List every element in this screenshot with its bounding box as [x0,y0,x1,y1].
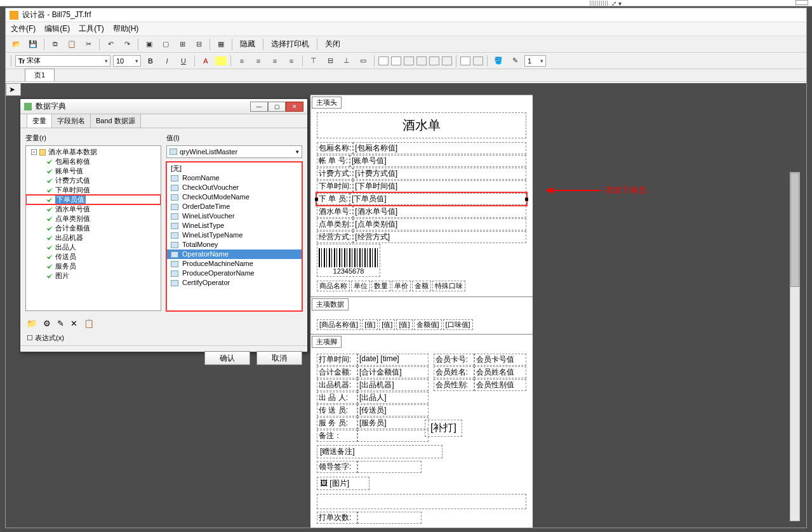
tree-item[interactable]: 包厢名称值 [26,157,161,166]
empty-box[interactable] [317,494,526,509]
outer-minimize-icon[interactable] [795,0,808,5]
tree-item[interactable]: 下单时间值 [26,185,161,195]
undo-icon[interactable]: ↶ [103,38,117,51]
report-title[interactable]: 酒水单 [317,112,526,138]
close-button[interactable]: 关闭 [321,39,344,50]
variables-tree[interactable]: −酒水单基本数据 包厢名称值账单号值计费方式值下单时间值下单员值酒水单号值点单类… [25,145,161,311]
cancel-button[interactable]: 取消 [256,351,302,365]
vertical-scrollbar[interactable] [790,172,800,521]
refresh-icon[interactable]: 📋 [84,319,94,328]
data-band[interactable]: 主项数据 [商品名称值][值][值][值]金额值][口味值] [310,296,533,334]
cut-icon[interactable]: ✂ [81,38,95,51]
frame2-icon[interactable] [473,57,483,65]
ungroup-icon[interactable]: ⊟ [192,38,206,51]
field-item[interactable]: CheckOutVoucher [167,183,302,192]
dialog-max-icon[interactable]: ▢ [268,102,286,112]
field-item[interactable]: WineListVoucher [167,211,302,221]
border-top-icon[interactable] [429,57,439,65]
hide-button[interactable]: 隐藏 [236,39,259,50]
footer-field[interactable]: 传 送 员:[传送员] [317,404,429,416]
tree-item[interactable]: 出品机器 [26,233,161,243]
tree-item[interactable]: 下单员值 [26,195,161,204]
align-center-icon[interactable]: ≡ [251,55,265,67]
page-tab-1[interactable]: 页1 [25,69,55,81]
data-cell[interactable]: [值] [379,319,395,330]
italic-icon[interactable]: I [160,55,174,67]
frame-icon[interactable] [460,57,470,65]
field-item[interactable]: OrderDateTime [167,202,302,211]
delete-icon[interactable]: ✕ [70,319,77,328]
fields-list[interactable]: [无]RoomNameCheckOutVoucherCheckOutModeNa… [166,162,302,311]
field-item[interactable]: RoomName [167,173,302,183]
data-row[interactable]: [商品名称值][值][值][值]金额值][口味值] [317,319,526,330]
menu-help[interactable]: 帮助(H) [113,23,139,34]
border-bottom-icon[interactable] [442,57,452,65]
tab-variables[interactable]: 变量 [27,114,52,128]
dialog-min-icon[interactable]: — [250,102,268,112]
bold-icon[interactable]: B [143,55,157,67]
picture-box[interactable]: 🖼 [图片] [317,477,369,490]
tree-item[interactable]: 出品人 [26,243,161,252]
tree-item[interactable]: 计费方式值 [26,176,161,185]
valign-mid-icon[interactable]: ⊟ [323,55,337,67]
dialog-titlebar[interactable]: 数据字典 — ▢ ✕ [20,99,307,114]
field-item[interactable]: OperatorName [167,249,302,259]
tree-item[interactable]: 服务员 [26,262,161,271]
expression-checkbox[interactable]: ☐ 表达式(x) [20,331,307,345]
footer-band[interactable]: 主项脚 打单时间:[date] [time]合计金额:[合计金额值]出品机器:[… [310,334,533,528]
send-back-icon[interactable]: ▢ [159,38,173,51]
sign-label[interactable]: 领导签字: [317,461,357,473]
tree-item[interactable]: 账单号值 [26,166,161,176]
scrollbar-thumb[interactable] [790,173,799,287]
report-field[interactable]: 下 单 员:[下单员值] [317,193,526,205]
header-band[interactable]: 主项头 酒水单 包厢名称:[包厢名称值]帐 单 号:[账单号值]计费方式:[计费… [310,95,533,296]
pointer-tool-icon[interactable]: ➤ [9,85,15,94]
group-icon[interactable]: ⊞ [175,38,189,51]
border-left-icon[interactable] [404,57,414,65]
insert-band-icon[interactable]: ▭ [356,55,370,67]
field-item[interactable]: ProduceOperatorName [167,269,302,278]
border-all-icon[interactable] [378,57,389,65]
data-cell[interactable]: 金额值] [414,319,442,330]
member-field[interactable]: 会员性别:会员性别值 [434,379,526,391]
data-cell[interactable]: [商品名称值] [317,319,361,330]
select-printer-button[interactable]: 选择打印机 [267,39,313,50]
field-item[interactable]: WineListTypeName [167,230,302,240]
report-field[interactable]: 点单类别:[点单类别值] [317,218,526,230]
field-item[interactable]: CertifyOperator [167,278,302,288]
tab-band-source[interactable]: Band 数据源 [90,114,141,128]
align-justify-icon[interactable]: ≡ [284,55,298,67]
tree-item[interactable]: 图片 [26,271,161,281]
tree-item[interactable]: 点单类别值 [26,214,161,223]
datasource-select[interactable]: qryWineListMaster [166,145,302,158]
tree-root[interactable]: −酒水单基本数据 [26,147,161,157]
footer-field[interactable]: 打单时间:[date] [time] [317,354,429,366]
line-width-select[interactable]: 1 [524,55,546,67]
ok-button[interactable]: 确认 [204,351,250,365]
align-right-icon[interactable]: ≡ [268,55,282,67]
open-icon[interactable]: 📂 [10,38,23,51]
size-select[interactable]: 10 [113,55,141,67]
save-icon[interactable]: 💾 [26,38,40,51]
report-field[interactable]: 经营方式:[经营方式] [317,231,526,243]
data-cell[interactable]: [值] [396,319,412,330]
report-field[interactable]: 包厢名称:[包厢名称值] [317,142,526,154]
align-left-icon[interactable]: ≡ [235,55,249,67]
valign-top-icon[interactable]: ⊤ [307,55,321,67]
data-cell[interactable]: [口味值] [443,319,473,330]
field-item[interactable]: CheckOutModeName [167,192,302,202]
dialog-close-icon[interactable]: ✕ [286,102,303,112]
gift-note[interactable]: [赠送备注] [317,445,443,458]
underline-icon[interactable]: U [176,55,190,67]
tree-item[interactable]: 传送员 [26,252,161,262]
footer-field[interactable]: 出品机器:[出品机器] [317,379,429,391]
report-field[interactable]: 帐 单 号:[账单号值] [317,155,526,167]
font-select[interactable]: Tr 宋体 [15,55,110,67]
redo-icon[interactable]: ↷ [120,38,134,51]
footer-field[interactable]: 合计金额:[合计金额值] [317,366,429,378]
reprint-badge[interactable]: [补打] [425,420,462,437]
menu-tools[interactable]: 工具(T) [79,23,103,34]
report-field[interactable]: 下单时间:[下单时间值] [317,180,526,192]
tree-item[interactable]: 酒水单号值 [26,204,161,214]
grid-icon[interactable]: ▦ [214,38,228,51]
